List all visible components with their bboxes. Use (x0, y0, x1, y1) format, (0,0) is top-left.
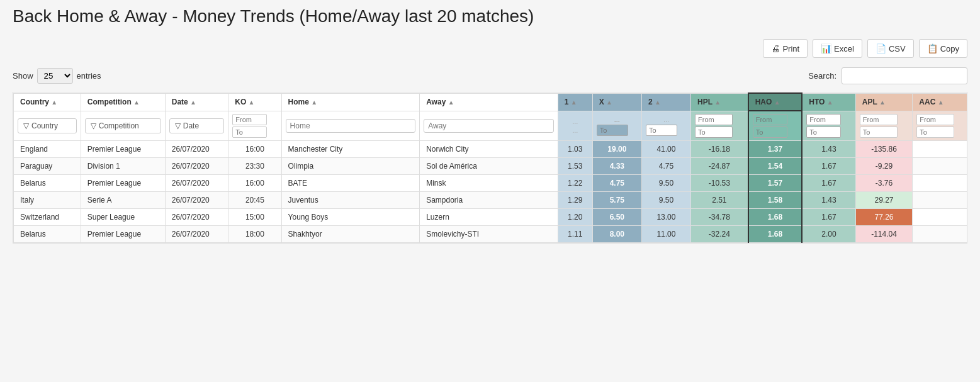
filter-competition-button[interactable]: ▽ Competition (85, 118, 161, 133)
cell-col1: 1.03 (558, 141, 592, 158)
copy-button[interactable]: 📋 Copy (919, 39, 967, 58)
cell-hao: 1.54 (748, 158, 803, 175)
filter-col1-dots1: ... (562, 118, 589, 125)
th-apl[interactable]: APL ▲ (855, 93, 913, 111)
cell-col2: 41.00 (641, 141, 690, 158)
filter-date-button[interactable]: ▽ Date (169, 118, 225, 133)
cell-country: Switzerland (14, 209, 81, 226)
csv-button[interactable]: 📄 CSV (867, 39, 914, 58)
cell-date: 26/07/2020 (165, 141, 228, 158)
entries-select[interactable]: 25 10 50 100 (37, 68, 73, 84)
search-input[interactable] (842, 67, 967, 84)
filter-colx-dots1: ... (597, 116, 638, 123)
th-colx[interactable]: X ▲ (592, 93, 641, 111)
filter-country-button[interactable]: ▽ Country (18, 118, 77, 133)
filter-competition-icon: ▽ (91, 121, 96, 130)
table-row: Belarus Premier League 26/07/2020 16:00 … (14, 175, 968, 192)
table-wrapper: Country ▲ Competition ▲ Date ▲ KO ▲ Home… (13, 92, 967, 244)
th-hao[interactable]: HAO ▲ (748, 93, 803, 111)
sort-away-icon: ▲ (448, 99, 454, 106)
filter-home-input[interactable] (286, 119, 416, 133)
th-col1[interactable]: 1 ▲ (558, 93, 592, 111)
cell-country: Belarus (14, 226, 81, 243)
cell-country: England (14, 141, 81, 158)
filter-aac-to[interactable] (916, 126, 954, 138)
page-title: Back Home & Away - Money Trends (Home/Aw… (13, 6, 967, 26)
cell-colx: 6.50 (592, 209, 641, 226)
filter-ko-to[interactable] (232, 126, 267, 138)
cell-date: 26/07/2020 (165, 226, 228, 243)
cell-away: Sol de América (420, 158, 558, 175)
th-hpl[interactable]: HPL ▲ (691, 93, 748, 111)
filter-apl-from[interactable] (860, 114, 898, 125)
filter-hao (748, 111, 803, 141)
cell-date: 26/07/2020 (165, 192, 228, 209)
cell-apl: -9.29 (855, 158, 913, 175)
filter-colx-to[interactable] (597, 125, 628, 136)
filter-aac-from[interactable] (916, 114, 954, 125)
cell-col2: 11.00 (641, 226, 690, 243)
cell-col2: 4.75 (641, 158, 690, 175)
print-button[interactable]: 🖨 Print (763, 39, 808, 58)
filter-ko-from[interactable] (232, 114, 267, 125)
th-col2[interactable]: 2 ▲ (641, 93, 690, 111)
cell-colx: 4.33 (592, 158, 641, 175)
th-ko[interactable]: KO ▲ (228, 93, 281, 111)
filter-apl-to[interactable] (860, 126, 898, 138)
cell-ko: 16:00 (228, 141, 281, 158)
cell-hpl: -34.78 (691, 209, 748, 226)
cell-away: Minsk (420, 175, 558, 192)
th-hto[interactable]: HTO ▲ (802, 93, 855, 111)
cell-aac (913, 226, 967, 243)
cell-col1: 1.11 (558, 226, 592, 243)
filter-hpl-to[interactable] (695, 126, 733, 138)
cell-date: 26/07/2020 (165, 158, 228, 175)
cell-col2: 9.50 (641, 175, 690, 192)
cell-hao: 1.37 (748, 141, 803, 158)
filter-date: ▽ Date (165, 111, 228, 141)
sort-hpl-icon: ▲ (714, 99, 721, 106)
cell-home: Juventus (281, 192, 420, 209)
table-row: Paraguay Division 1 26/07/2020 23:30 Oli… (14, 158, 968, 175)
excel-button[interactable]: 📊 Excel (813, 39, 862, 58)
cell-col1: 1.29 (558, 192, 592, 209)
filter-date-icon: ▽ (175, 121, 181, 130)
cell-date: 26/07/2020 (165, 175, 228, 192)
print-icon: 🖨 (771, 43, 780, 53)
th-date[interactable]: Date ▲ (165, 93, 228, 111)
sort-country-icon: ▲ (51, 99, 57, 106)
cell-colx: 5.75 (592, 192, 641, 209)
sort-aac-icon: ▲ (938, 99, 944, 106)
filter-away (420, 111, 558, 141)
cell-hpl: -16.18 (691, 141, 748, 158)
cell-hao: 1.68 (748, 209, 803, 226)
cell-country: Paraguay (14, 158, 81, 175)
cell-competition: Division 1 (81, 158, 165, 175)
table-row: Switzerland Super League 26/07/2020 15:0… (14, 209, 968, 226)
controls-row: Show 25 10 50 100 entries Search: (13, 67, 967, 84)
filter-hao-from[interactable] (753, 114, 787, 125)
cell-aac (913, 192, 967, 209)
cell-aac (913, 141, 967, 158)
filter-away-input[interactable] (424, 119, 554, 133)
cell-aac (913, 175, 967, 192)
cell-hao: 1.58 (748, 192, 803, 209)
filter-hto (802, 111, 855, 141)
filter-hto-to[interactable] (806, 126, 841, 138)
filter-hto-from[interactable] (806, 114, 841, 125)
th-country[interactable]: Country ▲ (14, 93, 81, 111)
cell-home: Olimpia (281, 158, 420, 175)
cell-apl: 77.26 (855, 209, 913, 226)
filter-competition: ▽ Competition (81, 111, 165, 141)
filter-col2-dots: ... (646, 116, 687, 123)
filter-hao-to[interactable] (753, 126, 787, 138)
filter-col1: ... ... (558, 111, 592, 141)
filter-col2-to[interactable] (646, 125, 677, 136)
th-aac[interactable]: AAC ▲ (913, 93, 967, 111)
table-row: Italy Serie A 26/07/2020 20:45 Juventus … (14, 192, 968, 209)
th-home[interactable]: Home ▲ (281, 93, 420, 111)
filter-hpl-from[interactable] (695, 114, 733, 125)
th-competition[interactable]: Competition ▲ (81, 93, 165, 111)
th-away[interactable]: Away ▲ (420, 93, 558, 111)
table-row: Belarus Premier League 26/07/2020 18:00 … (14, 226, 968, 243)
